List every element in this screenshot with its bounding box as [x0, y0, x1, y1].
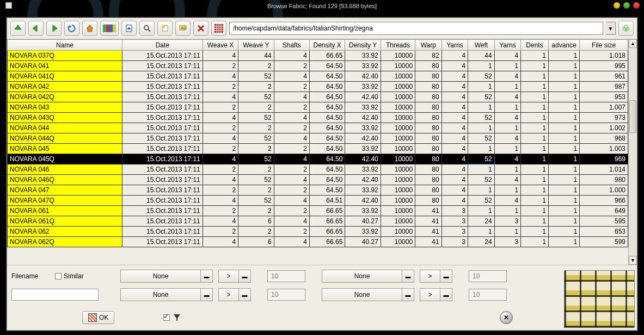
- filter-val-4[interactable]: [469, 289, 507, 301]
- filter-op-2[interactable]: >▬: [420, 270, 452, 283]
- zoom-button[interactable]: [139, 21, 155, 36]
- palette-button[interactable]: [100, 21, 119, 36]
- filter-field-2[interactable]: None▬: [322, 270, 414, 283]
- column-header[interactable]: Yarns: [441, 40, 468, 51]
- column-header[interactable]: Date: [122, 40, 203, 51]
- maximize-button[interactable]: [623, 2, 630, 9]
- table-row[interactable]: NOVARA 06215.Oct.2013 17:1122266.6533.92…: [8, 227, 628, 237]
- column-header[interactable]: Shafts: [274, 40, 309, 51]
- table-row[interactable]: NOVARA 042Q15.Oct.2013 17:11452464.5042.…: [8, 92, 628, 102]
- close-button[interactable]: ✕: [500, 311, 513, 324]
- svg-marker-3: [69, 25, 72, 28]
- table-row[interactable]: NOVARA 04115.Oct.2013 17:1122264.5033.92…: [8, 61, 628, 71]
- filter-val-2[interactable]: [469, 270, 507, 282]
- nav-back-button[interactable]: [28, 21, 44, 36]
- scroll-up[interactable]: ▲: [629, 39, 637, 48]
- pattern-icon: [88, 313, 97, 322]
- new-button[interactable]: [157, 21, 173, 36]
- column-header[interactable]: Density X: [309, 40, 345, 51]
- window-close-button[interactable]: [633, 2, 640, 9]
- column-header[interactable]: Weave X: [203, 40, 238, 51]
- column-header[interactable]: Weft: [468, 40, 495, 51]
- svg-text:B: B: [183, 26, 186, 31]
- column-header[interactable]: advance: [548, 40, 579, 51]
- filter-val-1[interactable]: [267, 270, 305, 282]
- reload-button[interactable]: [64, 21, 79, 36]
- svg-marker-2: [53, 25, 57, 32]
- delete-button[interactable]: [193, 21, 208, 36]
- window-title: Browse Fabric; Found 129 [93.688 bytes]: [267, 3, 377, 9]
- table-row[interactable]: NOVARA 046Q15.Oct.2013 17:11452464.5042.…: [8, 175, 628, 185]
- filename-input[interactable]: [11, 289, 99, 301]
- funnel-icon: [173, 314, 181, 321]
- filter-field-3[interactable]: None▬: [120, 288, 213, 301]
- fabric-table[interactable]: NameDateWeave XWeave YShaftsDensity XDen…: [7, 39, 628, 247]
- fabric-swatch: [564, 270, 635, 328]
- export-button[interactable]: [121, 21, 137, 36]
- table-row[interactable]: NOVARA 04315.Oct.2013 17:1122264.5033.92…: [8, 102, 628, 113]
- column-header[interactable]: Warp: [415, 40, 442, 51]
- nav-up-button[interactable]: [10, 21, 26, 36]
- svg-rect-8: [113, 25, 116, 32]
- svg-marker-1: [33, 25, 37, 32]
- filter-toggle[interactable]: [163, 314, 181, 321]
- svg-rect-5: [103, 25, 106, 32]
- table-header[interactable]: NameDateWeave XWeave YShaftsDensity XDen…: [8, 40, 628, 51]
- table-row[interactable]: NOVARA 047Q15.Oct.2013 17:11452464.5142.…: [8, 196, 628, 206]
- table-row[interactable]: NOVARA 044Q15.Oct.2013 17:11452464.5042.…: [8, 133, 628, 144]
- column-header[interactable]: Dents: [521, 40, 549, 51]
- filter-op-3[interactable]: >▬: [218, 288, 251, 301]
- table-row[interactable]: NOVARA 061Q15.Oct.2013 17:1146466.6540.2…: [8, 216, 628, 227]
- column-header[interactable]: Yarns: [494, 40, 521, 51]
- svg-point-11: [144, 26, 149, 30]
- home-button[interactable]: [82, 21, 97, 36]
- column-header[interactable]: Weave Y: [238, 40, 274, 51]
- filter-op-1[interactable]: >▬: [218, 270, 251, 283]
- table-area: NameDateWeave XWeave YShaftsDensity XDen…: [7, 39, 637, 265]
- filter-val-3[interactable]: [267, 289, 305, 301]
- filter-field-1[interactable]: None▬: [120, 270, 213, 283]
- column-header[interactable]: Threads: [381, 40, 415, 51]
- table-row[interactable]: NOVARA 043Q15.Oct.2013 17:11452464.5042.…: [8, 113, 628, 123]
- similar-checkbox[interactable]: Similar: [55, 272, 115, 280]
- table-row[interactable]: NOVARA 04215.Oct.2013 17:1122264.5033.92…: [8, 82, 628, 92]
- titlebar: Browse Fabric; Found 129 [93.688 bytes]: [0, 0, 644, 12]
- table-row[interactable]: NOVARA 041Q15.Oct.2013 17:11452464.5042.…: [8, 71, 628, 82]
- column-header[interactable]: File size: [580, 40, 628, 51]
- column-header[interactable]: Name: [8, 40, 122, 51]
- svg-marker-0: [15, 25, 21, 29]
- table-row[interactable]: NOVARA 062Q15.Oct.2013 17:1146466.6540.2…: [8, 237, 628, 247]
- filter-panel: Filename Similar None▬ >▬ None▬ >▬ None▬…: [7, 265, 637, 330]
- scroll-track[interactable]: [629, 48, 637, 256]
- svg-line-12: [148, 29, 150, 32]
- tree-button[interactable]: [618, 21, 634, 36]
- path-input[interactable]: [229, 22, 603, 35]
- svg-rect-6: [106, 25, 109, 32]
- pattern-button[interactable]: [211, 21, 226, 36]
- scrollbar[interactable]: ▲ ▼: [628, 39, 637, 265]
- svg-marker-4: [87, 25, 93, 32]
- table-row[interactable]: NOVARA 04615.Oct.2013 17:1122264.5033.92…: [8, 165, 628, 175]
- table-row[interactable]: NOVARA 04415.Oct.2013 17:1122264.5033.92…: [8, 123, 628, 133]
- scroll-thumb[interactable]: [629, 100, 636, 133]
- column-header[interactable]: Density Y: [345, 40, 381, 51]
- app-window: AB ▼ NameDateWeave XWeave YShaftsDensity…: [7, 17, 637, 331]
- table-row[interactable]: NOVARA 06115.Oct.2013 17:1122266.6533.92…: [8, 206, 628, 216]
- scroll-down[interactable]: ▼: [629, 256, 637, 265]
- table-row[interactable]: NOVARA 037Q15.Oct.2013 17:11444466.6533.…: [8, 51, 628, 61]
- table-row[interactable]: NOVARA 045Q15.Oct.2013 17:11452464.5042.…: [8, 154, 628, 165]
- table-row[interactable]: NOVARA 04515.Oct.2013 17:1122264.5033.92…: [8, 144, 628, 154]
- svg-rect-7: [109, 25, 113, 32]
- filter-field-4[interactable]: None▬: [322, 288, 414, 301]
- rename-button[interactable]: AB: [175, 21, 191, 36]
- ok-button[interactable]: OK: [82, 311, 114, 324]
- filename-label: Filename: [11, 272, 50, 280]
- path-dropdown[interactable]: ▼: [606, 22, 616, 35]
- svg-marker-24: [174, 314, 180, 321]
- filter-op-4[interactable]: >▬: [420, 288, 452, 301]
- minimize-button[interactable]: [614, 2, 620, 9]
- table-row[interactable]: NOVARA 04715.Oct.2013 17:1122264.5033.92…: [8, 185, 628, 196]
- app-icon: [5, 2, 12, 9]
- nav-forward-button[interactable]: [46, 21, 62, 36]
- svg-point-14: [162, 25, 165, 28]
